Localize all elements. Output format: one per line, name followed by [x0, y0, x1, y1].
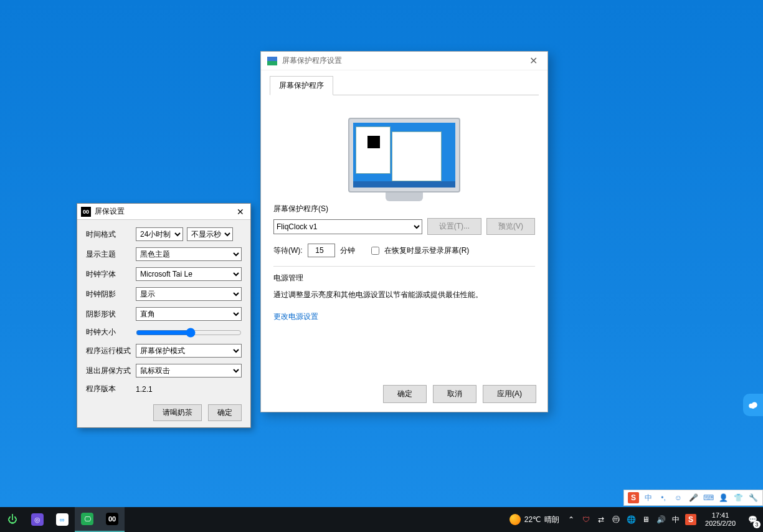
tab-screensaver[interactable]: 屏幕保护程序	[270, 76, 333, 95]
titlebar[interactable]: 00 屏保设置 ✕	[77, 204, 250, 220]
svg-point-2	[751, 405, 755, 409]
preview-monitor	[273, 118, 535, 192]
notification-button[interactable]: 💬 3	[742, 507, 763, 532]
ime-user-icon[interactable]: 👤	[718, 492, 729, 503]
tray-m-icon[interactable]: ⓜ	[610, 514, 622, 525]
side-cloud-button[interactable]	[743, 394, 763, 416]
windows-screensaver-dialog: 屏幕保护程序设置 ✕ 屏幕保护程序 屏幕保护程序(S) FliqClock v1…	[260, 51, 548, 412]
app-icon: ◎	[31, 513, 44, 526]
exit-mode-select[interactable]: 鼠标双击	[136, 364, 242, 378]
tray-chevron-icon[interactable]: ⌃	[566, 514, 577, 525]
titlebar[interactable]: 屏幕保护程序设置 ✕	[261, 52, 547, 70]
power-settings-link[interactable]: 更改电源设置	[273, 311, 535, 322]
tray-sogou-icon[interactable]: S	[685, 514, 696, 525]
shadow-shape-label: 阴影形状	[86, 309, 136, 320]
dialog-title: 屏保设置	[95, 206, 234, 217]
taskbar-fliqclock[interactable]: 00	[100, 507, 125, 532]
shadow-select[interactable]: 显示	[136, 287, 242, 301]
clock-time: 17:41	[705, 511, 736, 520]
clock-size-slider[interactable]	[136, 328, 242, 338]
saver-label: 屏幕保护程序(S)	[273, 204, 535, 214]
start-button[interactable]: ⏻	[0, 507, 25, 532]
font-label: 时钟字体	[86, 269, 136, 280]
resume-login-label: 在恢复时显示登录屏幕(R)	[384, 245, 470, 256]
wait-label: 等待(W):	[273, 245, 303, 256]
ime-lang-button[interactable]: 中	[643, 492, 654, 503]
time-format-select[interactable]: 24小时制	[136, 227, 183, 241]
size-label: 时钟大小	[86, 327, 136, 338]
taskbar-app-2[interactable]: ∞	[50, 507, 75, 532]
close-icon[interactable]: ✕	[234, 207, 247, 217]
clock-app-icon: 00	[106, 513, 118, 525]
app-icon: 00	[81, 207, 91, 217]
shadow-shape-select[interactable]: 直角	[136, 307, 242, 321]
saver-settings-button[interactable]: 设置(T)...	[427, 218, 481, 235]
taskbar: ⏻ ◎ ∞ 🖵 00 22℃ 晴朗 ⌃ 🛡 ⇄ ⓜ 🌐 🖥 🔊 中 S 17:4…	[0, 507, 763, 532]
system-tray: ⌃ 🛡 ⇄ ⓜ 🌐 🖥 🔊 中 S	[563, 514, 699, 525]
screensaver-custom-settings-dialog: 00 屏保设置 ✕ 时间格式 24小时制 不显示秒 显示主题 黑色主题 时钟字体…	[77, 203, 251, 428]
taskbar-clock[interactable]: 17:41 2025/2/20	[699, 511, 742, 528]
tray-monitor-icon[interactable]: 🖥	[640, 514, 652, 525]
saver-select[interactable]: FliqClock v1	[273, 219, 422, 234]
version-label: 程序版本	[86, 384, 136, 394]
wait-minutes-input[interactable]	[308, 244, 335, 257]
version-value: 1.2.1	[136, 385, 153, 394]
weather-cond: 晴朗	[544, 515, 559, 525]
ime-tool-icon[interactable]: 🔧	[747, 492, 759, 503]
dialog-ok-button[interactable]: 确定	[383, 385, 427, 403]
ime-mic-icon[interactable]: 🎤	[688, 492, 699, 503]
saver-preview-button[interactable]: 预览(V)	[486, 218, 535, 235]
ime-skin-icon[interactable]: 👕	[732, 492, 744, 503]
taskbar-app-1[interactable]: ◎	[25, 507, 50, 532]
font-select[interactable]: Microsoft Tai Le	[136, 267, 242, 281]
ime-keyboard-icon[interactable]: ⌨	[703, 492, 714, 503]
tea-button[interactable]: 请喝奶茶	[153, 404, 202, 421]
dialog-apply-button[interactable]: 应用(A)	[483, 385, 536, 403]
ime-punct-icon[interactable]: •,	[658, 492, 669, 503]
close-icon[interactable]: ✕	[526, 55, 541, 67]
window-icon	[267, 57, 277, 65]
seconds-select[interactable]: 不显示秒	[187, 227, 233, 241]
wait-unit: 分钟	[340, 245, 355, 256]
sogou-icon[interactable]: S	[628, 492, 639, 503]
cloud-icon	[747, 399, 759, 411]
run-mode-select[interactable]: 屏幕保护模式	[136, 344, 242, 358]
weather-temp: 22℃	[524, 515, 541, 524]
resume-login-checkbox[interactable]	[371, 247, 379, 255]
ime-face-icon[interactable]: ☺	[673, 492, 684, 503]
tray-volume-icon[interactable]: 🔊	[655, 514, 666, 525]
power-icon: ⏻	[7, 514, 17, 525]
tray-ime-icon[interactable]: 中	[670, 514, 681, 525]
run-mode-label: 程序运行模式	[86, 346, 136, 356]
tray-shield-icon[interactable]: 🛡	[581, 514, 592, 525]
taskbar-screensaver-settings[interactable]: 🖵	[75, 507, 100, 532]
cloud-icon: ∞	[56, 513, 69, 526]
ime-toolbar[interactable]: S 中 •, ☺ 🎤 ⌨ 👤 👕 🔧	[623, 490, 763, 506]
power-title: 电源管理	[273, 273, 535, 283]
ok-button[interactable]: 确定	[208, 404, 242, 421]
power-desc: 通过调整显示亮度和其他电源设置以节省能源或提供最佳性能。	[273, 290, 535, 300]
sun-icon	[509, 514, 521, 525]
theme-select[interactable]: 黑色主题	[136, 247, 242, 261]
dialog-cancel-button[interactable]: 取消	[433, 385, 476, 403]
time-format-label: 时间格式	[86, 229, 136, 240]
monitor-icon: 🖵	[81, 513, 93, 525]
tray-net-icon[interactable]: 🌐	[625, 514, 637, 525]
clock-date: 2025/2/20	[705, 520, 736, 528]
theme-label: 显示主题	[86, 249, 136, 260]
tray-sync-icon[interactable]: ⇄	[595, 514, 607, 525]
weather-widget[interactable]: 22℃ 晴朗	[509, 514, 559, 525]
shadow-label: 时钟阴影	[86, 289, 136, 300]
notification-badge: 3	[753, 521, 761, 528]
window-title: 屏幕保护程序设置	[282, 55, 526, 66]
exit-mode-label: 退出屏保方式	[86, 366, 136, 376]
